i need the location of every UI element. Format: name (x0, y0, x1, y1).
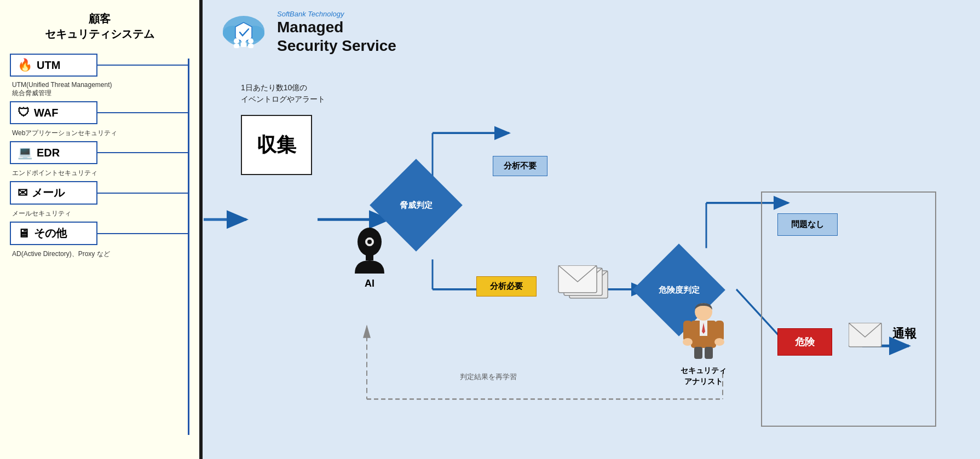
relearn-label: 判定結果を再学習 (460, 372, 517, 382)
svg-point-38 (367, 240, 372, 244)
svg-rect-39 (366, 255, 373, 260)
edr-box: 💻 EDR (10, 141, 97, 164)
waf-label: WAF (34, 107, 58, 119)
needs-analysis-text: 分析必要 (490, 281, 523, 290)
edr-sublabel: エンドポイントセキュリティ (10, 169, 189, 178)
edr-connector-line (97, 152, 188, 153)
danger-box: 危険 (777, 328, 832, 356)
analyst-label: セキュリティ アナリスト (679, 365, 728, 387)
relearn-text: 判定結果を再学習 (460, 373, 517, 381)
collect-label-line1: 1日あたり数10億の (241, 82, 325, 94)
edr-label: EDR (37, 147, 60, 159)
collect-label: 1日あたり数10億の イベントログやアラート (241, 82, 325, 105)
no-analysis-box: 分析不要 (493, 156, 547, 176)
svg-rect-52 (694, 347, 702, 359)
svg-point-3 (234, 38, 239, 44)
utm-sublabel: UTM(Unified Threat Management)統合脅威管理 (10, 81, 189, 98)
left-panel: 顧客 セキュリティシステム 🔥 UTM UTM(Unified Threat M… (0, 0, 203, 459)
analyst-figure (679, 301, 728, 361)
svg-rect-4 (234, 44, 239, 48)
waf-connector-line (97, 112, 188, 113)
no-analysis-text: 分析不要 (504, 161, 537, 170)
header-sub-title: SoftBank Technology (277, 10, 396, 18)
softbank-logo (219, 10, 268, 54)
waf-box: 🛡 WAF (10, 101, 97, 124)
needs-analysis-box: 分析必要 (476, 276, 537, 297)
svg-rect-43 (849, 323, 881, 347)
analyst-label-line1: セキュリティ (679, 365, 728, 376)
analyst-label-line2: アナリスト (679, 376, 728, 387)
svg-rect-42 (558, 265, 597, 293)
svg-point-7 (248, 38, 253, 44)
waf-icon: 🛡 (18, 106, 30, 120)
mail-icon: ✉ (18, 186, 27, 200)
ai-icon (345, 224, 394, 274)
utm-icon: 🔥 (18, 58, 32, 72)
collect-text: 収集 (257, 132, 296, 159)
collect-box: 収集 (241, 115, 312, 175)
device-utm: 🔥 UTM UTM(Unified Threat Management)統合脅威… (10, 54, 189, 98)
notify-text: 通報 (892, 327, 916, 340)
envelope-icons (553, 265, 613, 304)
utm-box: 🔥 UTM (10, 54, 97, 77)
title-line2: セキュリティシステム (45, 28, 154, 40)
svg-rect-8 (248, 44, 253, 48)
title-line1: 顧客 (89, 13, 111, 25)
ai-label-text: AI (345, 278, 394, 289)
other-label: その他 (34, 226, 67, 241)
header-text: SoftBank Technology Managed Security Ser… (277, 10, 396, 55)
other-sublabel: AD(Active Directory)、Proxy など (10, 249, 189, 259)
mail-sublabel: メールセキュリティ (10, 209, 189, 218)
header-main-line2: Security Service (277, 37, 396, 55)
danger-text: 危険 (795, 336, 815, 347)
vertical-connector (188, 67, 189, 435)
device-edr: 💻 EDR エンドポイントセキュリティ (10, 141, 189, 178)
right-panel: SoftBank Technology Managed Security Ser… (203, 0, 980, 459)
svg-rect-6 (241, 42, 247, 47)
utm-label: UTM (37, 59, 60, 72)
waf-sublabel: Webアプリケーションセキュリティ (10, 129, 189, 138)
collect-label-line2: イベントログやアラート (241, 94, 325, 105)
mail-box: ✉ メール (10, 181, 97, 205)
envelope-group (553, 265, 613, 306)
left-title: 顧客 セキュリティシステム (10, 11, 189, 42)
mail-label: メール (32, 185, 65, 200)
device-other: 🖥 その他 AD(Active Directory)、Proxy など (10, 222, 189, 259)
other-connector-line (97, 233, 188, 234)
svg-point-51 (714, 338, 724, 346)
danger-envelope (849, 323, 884, 352)
utm-connector-line (97, 65, 188, 66)
device-mail: ✉ メール メールセキュリティ (10, 181, 189, 218)
other-icon: 🖥 (18, 226, 30, 241)
risk-judgment-text: 危険度判定 (659, 284, 700, 295)
device-waf: 🛡 WAF Webアプリケーションセキュリティ (10, 101, 189, 138)
ai-area: AI (345, 224, 394, 289)
no-problem-box: 問題なし (777, 213, 838, 236)
threat-judgment-text: 脅威判定 (400, 200, 433, 211)
header-main-line1: Managed (277, 18, 396, 37)
svg-point-50 (683, 338, 693, 346)
notify-box: 通報 (892, 326, 916, 342)
danger-envelope-icon (849, 323, 884, 350)
svg-rect-53 (705, 347, 713, 359)
no-problem-text: 問題なし (791, 219, 824, 229)
flow-area: 1日あたり数10億の イベントログやアラート 収集 脅威判定 分析不要 分析必要 (224, 82, 969, 448)
analyst-area: セキュリティ アナリスト (679, 301, 728, 387)
edr-icon: 💻 (18, 146, 32, 160)
svg-point-5 (241, 37, 247, 43)
mail-connector-line (97, 193, 188, 194)
other-box: 🖥 その他 (10, 222, 97, 245)
header-area: SoftBank Technology Managed Security Ser… (219, 10, 396, 55)
